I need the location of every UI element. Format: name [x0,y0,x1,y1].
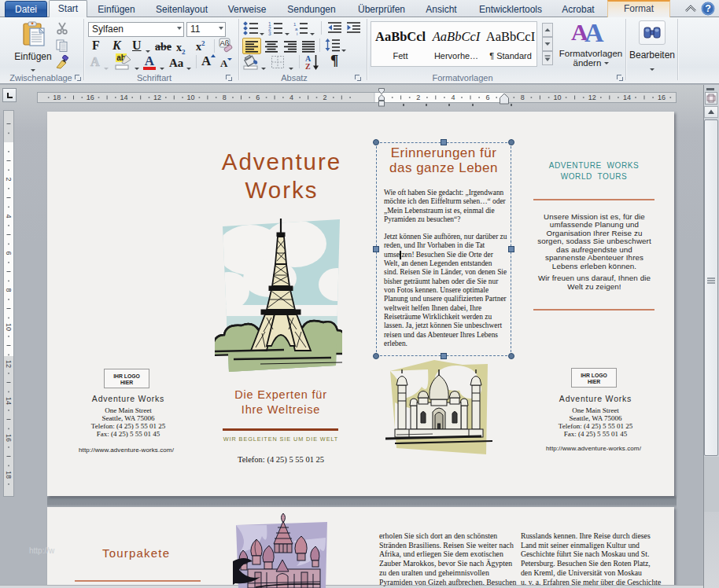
svg-text:14: 14 [623,94,631,101]
svg-text:6: 6 [5,251,13,255]
svg-text:4: 4 [289,94,293,101]
svg-text:16: 16 [87,94,94,101]
svg-text:4: 4 [5,214,13,218]
svg-text:12: 12 [153,94,161,101]
svg-text:10: 10 [553,94,561,101]
svg-text:10: 10 [5,323,13,331]
svg-text:16: 16 [658,94,666,101]
svg-text:12: 12 [5,360,13,368]
svg-text:8: 8 [521,94,525,101]
svg-text:10: 10 [187,94,195,101]
svg-text:8: 8 [5,288,13,292]
svg-text:2: 2 [5,177,13,181]
svg-text:18: 18 [53,94,61,101]
svg-text:2: 2 [416,94,420,101]
svg-text:12: 12 [588,94,596,101]
svg-text:2: 2 [323,94,326,101]
svg-text:4: 4 [451,94,455,101]
svg-text:6: 6 [256,94,260,101]
svg-text:16: 16 [5,434,13,442]
svg-text:14: 14 [5,397,13,405]
svg-text:18: 18 [5,471,13,479]
svg-text:14: 14 [120,94,127,101]
svg-text:6: 6 [486,94,490,101]
svg-text:8: 8 [223,94,227,101]
